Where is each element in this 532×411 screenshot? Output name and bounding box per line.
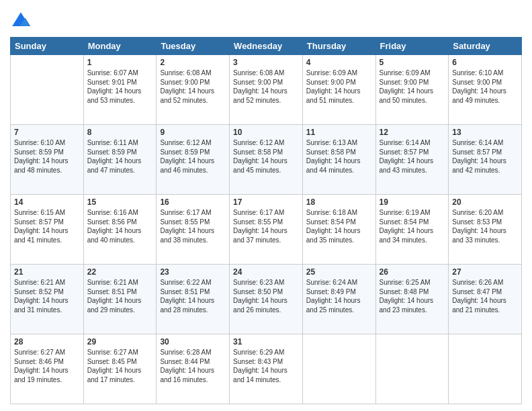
day-number: 21 <box>14 267 80 277</box>
day-number: 8 <box>87 128 153 137</box>
cell-info: Sunrise: 6:23 AMSunset: 8:50 PMDaylight:… <box>233 278 299 314</box>
day-number: 13 <box>452 128 518 137</box>
calendar-cell: 31Sunrise: 6:29 AMSunset: 8:43 PMDayligh… <box>230 334 303 404</box>
calendar-cell: 2Sunrise: 6:08 AMSunset: 9:00 PMDaylight… <box>157 55 230 125</box>
calendar-cell: 15Sunrise: 6:16 AMSunset: 8:56 PMDayligh… <box>83 195 157 265</box>
calendar-cell: 19Sunrise: 6:19 AMSunset: 8:54 PMDayligh… <box>375 195 449 265</box>
calendar-weekday-sunday: Sunday <box>11 38 84 55</box>
calendar-cell: 22Sunrise: 6:21 AMSunset: 8:51 PMDayligh… <box>83 265 157 334</box>
calendar-week-row: 14Sunrise: 6:15 AMSunset: 8:57 PMDayligh… <box>11 195 522 265</box>
calendar-cell: 27Sunrise: 6:26 AMSunset: 8:47 PMDayligh… <box>449 265 522 334</box>
cell-info: Sunrise: 6:24 AMSunset: 8:49 PMDaylight:… <box>306 278 372 314</box>
calendar-cell <box>375 334 449 404</box>
cell-info: Sunrise: 6:20 AMSunset: 8:53 PMDaylight:… <box>452 208 518 244</box>
cell-info: Sunrise: 6:19 AMSunset: 8:54 PMDaylight:… <box>380 208 445 244</box>
cell-info: Sunrise: 6:09 AMSunset: 9:00 PMDaylight:… <box>306 68 372 105</box>
day-number: 10 <box>233 128 299 137</box>
day-number: 3 <box>233 58 299 67</box>
day-number: 29 <box>87 337 153 347</box>
calendar-weekday-friday: Friday <box>375 38 449 55</box>
day-number: 2 <box>160 58 226 67</box>
day-number: 19 <box>380 197 445 207</box>
calendar-cell: 6Sunrise: 6:10 AMSunset: 9:00 PMDaylight… <box>449 55 522 125</box>
calendar-weekday-wednesday: Wednesday <box>230 38 303 55</box>
calendar-week-row: 1Sunrise: 6:07 AMSunset: 9:01 PMDaylight… <box>11 55 522 125</box>
calendar-cell: 8Sunrise: 6:11 AMSunset: 8:59 PMDaylight… <box>83 125 157 195</box>
calendar-header-row: SundayMondayTuesdayWednesdayThursdayFrid… <box>11 38 522 55</box>
calendar-weekday-saturday: Saturday <box>449 38 522 55</box>
cell-info: Sunrise: 6:27 AMSunset: 8:45 PMDaylight:… <box>87 348 153 384</box>
calendar-cell: 16Sunrise: 6:17 AMSunset: 8:55 PMDayligh… <box>157 195 230 265</box>
day-number: 11 <box>306 128 372 137</box>
day-number: 24 <box>233 267 299 277</box>
calendar-cell: 14Sunrise: 6:15 AMSunset: 8:57 PMDayligh… <box>11 195 84 265</box>
calendar-cell: 30Sunrise: 6:28 AMSunset: 8:44 PMDayligh… <box>157 334 230 404</box>
cell-info: Sunrise: 6:28 AMSunset: 8:44 PMDaylight:… <box>160 348 226 384</box>
day-number: 14 <box>14 197 80 207</box>
calendar-cell <box>11 55 84 125</box>
day-number: 26 <box>380 267 445 277</box>
calendar-week-row: 7Sunrise: 6:10 AMSunset: 8:59 PMDaylight… <box>11 125 522 195</box>
day-number: 9 <box>160 128 226 137</box>
logo <box>10 10 34 32</box>
calendar-cell: 10Sunrise: 6:12 AMSunset: 8:58 PMDayligh… <box>230 125 303 195</box>
cell-info: Sunrise: 6:09 AMSunset: 9:00 PMDaylight:… <box>380 68 445 105</box>
cell-info: Sunrise: 6:22 AMSunset: 8:51 PMDaylight:… <box>160 278 226 314</box>
cell-info: Sunrise: 6:11 AMSunset: 8:59 PMDaylight:… <box>87 138 153 175</box>
cell-info: Sunrise: 6:15 AMSunset: 8:57 PMDaylight:… <box>14 208 80 244</box>
cell-info: Sunrise: 6:17 AMSunset: 8:55 PMDaylight:… <box>233 208 299 244</box>
day-number: 25 <box>306 267 372 277</box>
day-number: 6 <box>452 58 518 67</box>
calendar-cell: 24Sunrise: 6:23 AMSunset: 8:50 PMDayligh… <box>230 265 303 334</box>
calendar-cell: 21Sunrise: 6:21 AMSunset: 8:52 PMDayligh… <box>11 265 84 334</box>
calendar-table: SundayMondayTuesdayWednesdayThursdayFrid… <box>10 37 522 404</box>
calendar-week-row: 28Sunrise: 6:27 AMSunset: 8:46 PMDayligh… <box>11 334 522 404</box>
calendar-cell: 26Sunrise: 6:25 AMSunset: 8:48 PMDayligh… <box>375 265 449 334</box>
cell-info: Sunrise: 6:10 AMSunset: 8:59 PMDaylight:… <box>14 138 80 175</box>
calendar-weekday-thursday: Thursday <box>302 38 375 55</box>
cell-info: Sunrise: 6:27 AMSunset: 8:46 PMDaylight:… <box>14 348 80 384</box>
calendar-cell <box>449 334 522 404</box>
calendar-cell: 9Sunrise: 6:12 AMSunset: 8:59 PMDaylight… <box>157 125 230 195</box>
cell-info: Sunrise: 6:25 AMSunset: 8:48 PMDaylight:… <box>380 278 445 314</box>
day-number: 27 <box>452 267 518 277</box>
calendar-cell: 1Sunrise: 6:07 AMSunset: 9:01 PMDaylight… <box>83 55 157 125</box>
day-number: 7 <box>14 128 80 137</box>
calendar-cell: 7Sunrise: 6:10 AMSunset: 8:59 PMDaylight… <box>11 125 84 195</box>
calendar-weekday-tuesday: Tuesday <box>157 38 230 55</box>
day-number: 31 <box>233 337 299 347</box>
day-number: 17 <box>233 197 299 207</box>
calendar-week-row: 21Sunrise: 6:21 AMSunset: 8:52 PMDayligh… <box>11 265 522 334</box>
cell-info: Sunrise: 6:17 AMSunset: 8:55 PMDaylight:… <box>160 208 226 244</box>
day-number: 15 <box>87 197 153 207</box>
calendar-cell: 5Sunrise: 6:09 AMSunset: 9:00 PMDaylight… <box>375 55 449 125</box>
cell-info: Sunrise: 6:12 AMSunset: 8:58 PMDaylight:… <box>233 138 299 175</box>
day-number: 18 <box>306 197 372 207</box>
day-number: 22 <box>87 267 153 277</box>
calendar-cell: 17Sunrise: 6:17 AMSunset: 8:55 PMDayligh… <box>230 195 303 265</box>
day-number: 1 <box>87 58 153 67</box>
day-number: 12 <box>380 128 445 137</box>
calendar-cell: 3Sunrise: 6:08 AMSunset: 9:00 PMDaylight… <box>230 55 303 125</box>
calendar-cell: 29Sunrise: 6:27 AMSunset: 8:45 PMDayligh… <box>83 334 157 404</box>
cell-info: Sunrise: 6:10 AMSunset: 9:00 PMDaylight:… <box>452 68 518 105</box>
day-number: 28 <box>14 337 80 347</box>
logo-icon <box>10 10 32 32</box>
cell-info: Sunrise: 6:12 AMSunset: 8:59 PMDaylight:… <box>160 138 226 175</box>
calendar-weekday-monday: Monday <box>83 38 157 55</box>
header <box>10 10 522 32</box>
calendar-cell: 28Sunrise: 6:27 AMSunset: 8:46 PMDayligh… <box>11 334 84 404</box>
calendar-cell: 20Sunrise: 6:20 AMSunset: 8:53 PMDayligh… <box>449 195 522 265</box>
cell-info: Sunrise: 6:14 AMSunset: 8:57 PMDaylight:… <box>452 138 518 175</box>
cell-info: Sunrise: 6:07 AMSunset: 9:01 PMDaylight:… <box>87 68 153 105</box>
cell-info: Sunrise: 6:21 AMSunset: 8:51 PMDaylight:… <box>87 278 153 314</box>
day-number: 23 <box>160 267 226 277</box>
day-number: 20 <box>452 197 518 207</box>
cell-info: Sunrise: 6:14 AMSunset: 8:57 PMDaylight:… <box>380 138 445 175</box>
calendar-cell <box>302 334 375 404</box>
day-number: 30 <box>160 337 226 347</box>
cell-info: Sunrise: 6:13 AMSunset: 8:58 PMDaylight:… <box>306 138 372 175</box>
cell-info: Sunrise: 6:26 AMSunset: 8:47 PMDaylight:… <box>452 278 518 314</box>
calendar-cell: 4Sunrise: 6:09 AMSunset: 9:00 PMDaylight… <box>302 55 375 125</box>
cell-info: Sunrise: 6:21 AMSunset: 8:52 PMDaylight:… <box>14 278 80 314</box>
